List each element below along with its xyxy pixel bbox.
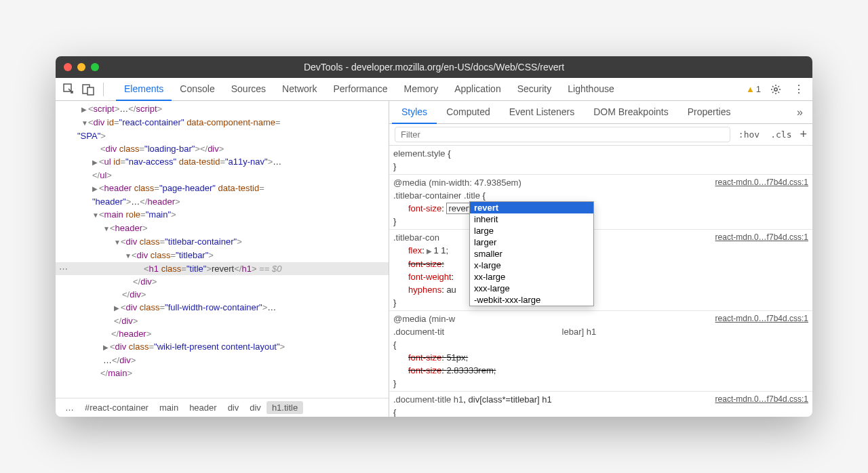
ac-item-large[interactable]: large — [470, 225, 593, 236]
tab-network[interactable]: Network — [274, 78, 325, 101]
ac-item-larger[interactable]: larger — [470, 236, 593, 248]
tab-security[interactable]: Security — [509, 78, 560, 101]
autocomplete-popup: revert inherit large larger smaller x-la… — [469, 201, 594, 306]
bc-h1-title[interactable]: h1.title — [267, 401, 303, 414]
ac-item-inherit[interactable]: inherit — [470, 213, 593, 225]
divider — [103, 83, 104, 96]
ac-item-revert[interactable]: revert — [470, 202, 593, 213]
devtools-window: DevTools - developer.mozilla.org/en-US/d… — [56, 56, 812, 417]
breadcrumb-bar: … #react-container main header div div h… — [56, 398, 389, 417]
svg-rect-2 — [87, 87, 94, 95]
bc-div1[interactable]: div — [222, 401, 245, 414]
source-link[interactable]: react-mdn.0…f7b4d.css:1 — [715, 231, 808, 244]
tab-application[interactable]: Application — [446, 78, 509, 101]
rule-document-title-h1[interactable]: react-mdn.0…f7b4d.css:1 .document-title … — [389, 392, 812, 417]
window-titlebar: DevTools - developer.mozilla.org/en-US/d… — [56, 56, 812, 78]
rule-document-title-media[interactable]: react-mdn.0…f7b4d.css:1 @media (min-w .d… — [389, 311, 812, 392]
ac-item-x-large[interactable]: x-large — [470, 260, 593, 271]
maximize-button[interactable] — [91, 63, 99, 71]
device-toggle-icon[interactable] — [80, 81, 96, 98]
bc-overflow[interactable]: … — [60, 401, 79, 414]
bc-header[interactable]: header — [184, 401, 222, 414]
main-toolbar: Elements Console Sources Network Perform… — [56, 78, 812, 101]
more-subtabs-icon[interactable]: » — [790, 106, 810, 119]
minimize-button[interactable] — [77, 63, 85, 71]
tab-sources[interactable]: Sources — [223, 78, 274, 101]
filter-input[interactable] — [395, 127, 730, 142]
subtab-properties[interactable]: Properties — [678, 101, 741, 124]
source-link[interactable]: react-mdn.0…f7b4d.css:1 — [715, 176, 808, 189]
tab-memory[interactable]: Memory — [396, 78, 447, 101]
subtab-event-listeners[interactable]: Event Listeners — [500, 101, 585, 124]
rule-element-style[interactable]: element.style { } — [389, 146, 812, 175]
ac-item-webkit-xxx-large[interactable]: -webkit-xxx-large — [470, 294, 593, 306]
ac-item-xxx-large[interactable]: xxx-large — [470, 283, 593, 294]
warning-badge[interactable]: ▲ 1 — [746, 84, 761, 94]
svg-point-3 — [774, 87, 777, 90]
window-title: DevTools - developer.mozilla.org/en-US/d… — [304, 62, 564, 73]
styles-rules[interactable]: element.style { } react-mdn.0…f7b4d.css:… — [389, 146, 812, 417]
styles-subtabs: Styles Computed Event Listeners DOM Brea… — [389, 101, 812, 124]
bc-main[interactable]: main — [154, 401, 184, 414]
tab-console[interactable]: Console — [172, 78, 222, 101]
ac-item-smaller[interactable]: smaller — [470, 248, 593, 260]
subtab-styles[interactable]: Styles — [392, 101, 437, 124]
kebab-icon[interactable]: ⋮ — [791, 81, 807, 98]
warning-count: 1 — [756, 84, 761, 94]
cls-button[interactable]: .cls — [768, 129, 794, 140]
subtab-dom-breakpoints[interactable]: DOM Breakpoints — [584, 101, 677, 124]
main-tabs: Elements Console Sources Network Perform… — [116, 78, 623, 101]
subtab-computed[interactable]: Computed — [437, 101, 500, 124]
rule-titlebar-con[interactable]: react-mdn.0…f7b4d.css:1 .titlebar-con fl… — [389, 230, 812, 311]
traffic-lights — [64, 63, 99, 71]
hov-button[interactable]: :hov — [736, 129, 762, 140]
rule-titlebar-title[interactable]: react-mdn.0…f7b4d.css:1 @media (min-widt… — [389, 175, 812, 230]
bc-div2[interactable]: div — [244, 401, 267, 414]
source-link[interactable]: react-mdn.0…f7b4d.css:1 — [715, 393, 808, 406]
tab-elements[interactable]: Elements — [116, 78, 172, 101]
add-rule-button[interactable]: + — [800, 127, 807, 142]
inspect-icon[interactable] — [61, 81, 77, 98]
elements-panel: ▶<script>…</script> ▼<div id="react-cont… — [56, 101, 389, 417]
settings-icon[interactable] — [768, 81, 784, 98]
filter-bar: :hov .cls + — [389, 124, 812, 146]
styles-panel: Styles Computed Event Listeners DOM Brea… — [389, 101, 812, 417]
bc-react-container[interactable]: #react-container — [79, 401, 154, 414]
tab-lighthouse[interactable]: Lighthouse — [559, 78, 623, 101]
toolbar-right: ▲ 1 ⋮ — [746, 81, 807, 98]
ac-item-xx-large[interactable]: xx-large — [470, 271, 593, 283]
source-link[interactable]: react-mdn.0…f7b4d.css:1 — [715, 312, 808, 325]
content-area: ▶<script>…</script> ▼<div id="react-cont… — [56, 101, 812, 417]
warning-icon: ▲ — [746, 84, 755, 94]
dom-tree[interactable]: ▶<script>…</script> ▼<div id="react-cont… — [56, 101, 389, 398]
close-button[interactable] — [64, 63, 72, 71]
tab-performance[interactable]: Performance — [325, 78, 395, 101]
